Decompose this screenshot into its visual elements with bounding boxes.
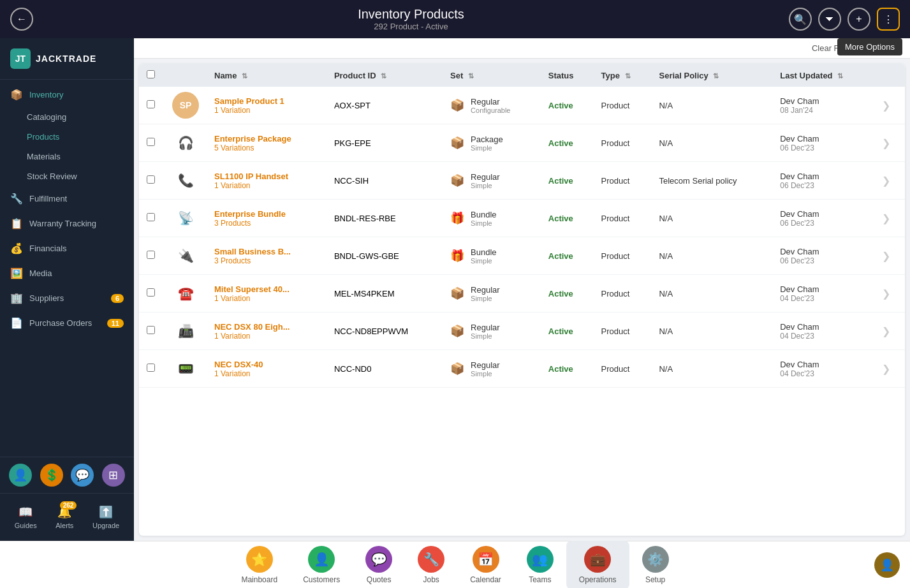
row-arrow-cell[interactable]: ❯	[874, 312, 905, 350]
product-name[interactable]: NEC DSX-40	[214, 360, 319, 369]
table-row[interactable]: 📞 SL1100 IP Handset 1 Variation NCC-SIH …	[139, 162, 905, 200]
sidebar-item-suppliers[interactable]: 🏢 Suppliers 6	[0, 286, 134, 311]
sidebar-item-media[interactable]: 🖼️ Media	[0, 261, 134, 286]
name-header[interactable]: Name ⇅	[207, 64, 327, 87]
content-area: Clear Filter Clear Sort Name ⇅	[134, 38, 910, 541]
table-row[interactable]: 📡 Enterprise Bundle 3 Products BNDL-RES-…	[139, 200, 905, 237]
bottom-nav-teams[interactable]: 👥 Teams	[514, 541, 566, 589]
dollar-icon-btn[interactable]: 💲	[40, 464, 63, 487]
select-all-checkbox[interactable]	[147, 70, 155, 78]
product-variation[interactable]: 1 Variation	[214, 294, 319, 303]
product-name[interactable]: Sample Product 1	[214, 96, 319, 106]
sidebar-sub-products[interactable]: Products	[0, 127, 134, 147]
row-checkbox[interactable]	[147, 100, 155, 108]
set-type: Regular	[471, 323, 500, 332]
add-button[interactable]: +	[848, 8, 870, 31]
filter-button[interactable]: ⏷	[818, 8, 841, 31]
product-variation[interactable]: 1 Variation	[214, 332, 319, 341]
product-variation[interactable]: 1 Variation	[214, 369, 319, 378]
row-checkbox[interactable]	[147, 175, 155, 184]
row-arrow-cell[interactable]: ❯	[874, 237, 905, 275]
row-status-cell: Active	[541, 87, 594, 124]
bottom-nav-operations[interactable]: 💼 Operations	[566, 541, 629, 589]
row-arrow-cell[interactable]: ❯	[874, 275, 905, 312]
product-id-header[interactable]: Product ID ⇅	[327, 64, 443, 87]
search-button[interactable]: 🔍	[789, 8, 812, 31]
bottom-nav-customers[interactable]: 👤 Customers	[290, 541, 353, 589]
bottom-nav-quotes[interactable]: 💬 Quotes	[353, 541, 405, 589]
bottom-nav-jobs[interactable]: 🔧 Jobs	[405, 541, 457, 589]
set-type: Regular	[471, 285, 500, 295]
bottom-nav-calendar[interactable]: 📅 Calendar	[457, 541, 514, 589]
sidebar-item-inventory[interactable]: 📦 Inventory	[0, 82, 134, 107]
product-name[interactable]: Mitel Superset 40...	[214, 284, 319, 294]
product-variation[interactable]: 1 Variation	[214, 181, 319, 190]
product-variation[interactable]: 5 Variations	[214, 143, 319, 152]
row-checkbox[interactable]	[147, 326, 155, 334]
set-header[interactable]: Set ⇅	[443, 64, 541, 87]
product-variation[interactable]: 1 Variation	[214, 106, 319, 115]
row-avatar-cell: SP	[165, 87, 207, 124]
table-row[interactable]: 📠 NEC DSX 80 Eigh... 1 Variation NCC-ND8…	[139, 312, 905, 350]
logo-text: JACKTRADE	[36, 54, 96, 64]
chat-icon-btn[interactable]: 💬	[71, 464, 94, 487]
table-row[interactable]: SP Sample Product 1 1 Variation AOX-SPT …	[139, 87, 905, 124]
row-arrow-cell[interactable]: ❯	[874, 200, 905, 237]
table-row[interactable]: 📟 NEC DSX-40 1 Variation NCC-ND0 📦 Regul…	[139, 350, 905, 388]
back-button[interactable]: ←	[10, 8, 33, 31]
set-icon: 📦	[450, 324, 464, 338]
table-row[interactable]: 🔌 Small Business B... 3 Products BNDL-GW…	[139, 237, 905, 275]
row-checkbox[interactable]	[147, 138, 155, 146]
product-name[interactable]: Enterprise Package	[214, 134, 319, 143]
product-avatar: SP	[172, 92, 199, 119]
set-icon: 🎁	[450, 249, 464, 263]
row-arrow-cell[interactable]: ❯	[874, 162, 905, 200]
row-checkbox[interactable]	[147, 251, 155, 259]
row-serial-policy-cell: N/A	[651, 312, 772, 350]
serial-policy-header[interactable]: Serial Policy ⇅	[651, 64, 772, 87]
upgrade-button[interactable]: ⬆️ Upgrade	[89, 501, 123, 533]
table-row[interactable]: 🎧 Enterprise Package 5 Variations PKG-EP…	[139, 124, 905, 162]
product-variation[interactable]: 3 Products	[214, 256, 319, 265]
guides-button[interactable]: 📖 Guides	[11, 501, 41, 533]
sidebar: JT JACKTRADE 📦 Inventory Cataloging Prod…	[0, 38, 134, 541]
row-checkbox[interactable]	[147, 288, 155, 297]
alerts-button[interactable]: 🔔 262 Alerts	[52, 501, 77, 533]
last-updated-header[interactable]: Last Updated ⇅	[772, 64, 874, 87]
sidebar-item-financials[interactable]: 💰 Financials	[0, 236, 134, 261]
row-checkbox[interactable]	[147, 213, 155, 221]
product-name[interactable]: Small Business B...	[214, 247, 319, 256]
row-arrow-cell[interactable]: ❯	[874, 124, 905, 162]
set-cell: 📦 Regular Simple	[450, 172, 533, 189]
more-options-button[interactable]: ⋮	[877, 8, 900, 31]
quotes-nav-icon: 💬	[365, 546, 392, 573]
sidebar-item-fulfillment[interactable]: 🔧 Fulfillment	[0, 186, 134, 211]
set-sub: Configurable	[471, 107, 510, 114]
bottom-nav-setup[interactable]: ⚙️ Setup	[629, 541, 682, 589]
avatar-col-header	[165, 64, 207, 87]
product-name[interactable]: Enterprise Bundle	[214, 209, 319, 219]
top-bar-left: ←	[10, 8, 33, 31]
sidebar-sub-cataloging[interactable]: Cataloging	[0, 107, 134, 127]
product-name[interactable]: NEC DSX 80 Eigh...	[214, 322, 319, 332]
table-row[interactable]: ☎️ Mitel Superset 40... 1 Variation MEL-…	[139, 275, 905, 312]
type-header[interactable]: Type ⇅	[594, 64, 652, 87]
product-variation[interactable]: 3 Products	[214, 219, 319, 228]
product-image: 📡	[172, 205, 199, 232]
product-name[interactable]: SL1100 IP Handset	[214, 172, 319, 181]
sidebar-item-warranty[interactable]: 📋 Warranty Tracking	[0, 211, 134, 236]
row-last-updated-cell: Dev Cham 06 Dec'23	[772, 200, 874, 237]
row-checkbox[interactable]	[147, 364, 155, 372]
sidebar-item-purchase-orders[interactable]: 📄 Purchase Orders 11	[0, 311, 134, 335]
grid-icon-btn[interactable]: ⊞	[102, 464, 125, 487]
sidebar-sub-stock-review[interactable]: Stock Review	[0, 166, 134, 186]
teams-nav-label: Teams	[529, 575, 551, 584]
user-avatar[interactable]: 👤	[874, 552, 900, 578]
sidebar-sub-materials[interactable]: Materials	[0, 147, 134, 166]
row-arrow-cell[interactable]: ❯	[874, 87, 905, 124]
person-icon-btn[interactable]: 👤	[9, 464, 32, 487]
row-arrow-cell[interactable]: ❯	[874, 350, 905, 388]
serial-policy-value: Telecom Serial policy	[659, 176, 737, 186]
row-set-cell: 📦 Regular Simple	[443, 275, 541, 312]
bottom-nav-mainboard[interactable]: ⭐ Mainboard	[228, 541, 290, 589]
